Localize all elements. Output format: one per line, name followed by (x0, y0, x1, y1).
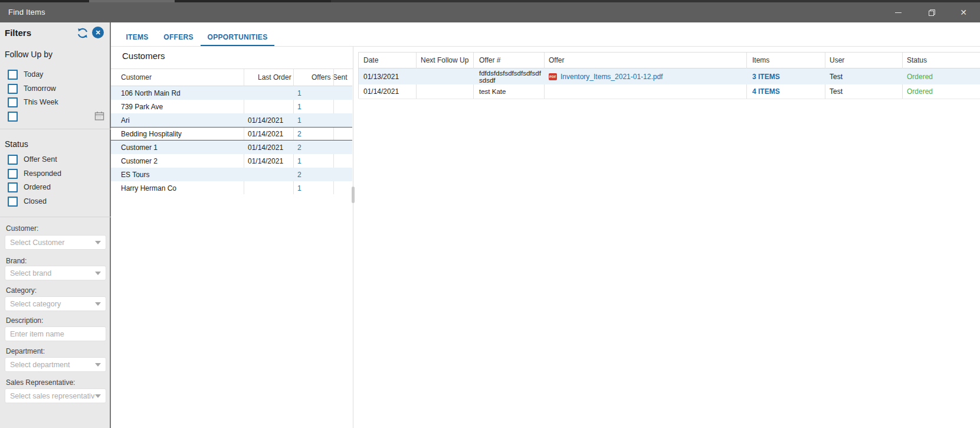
divider (0, 129, 111, 129)
calendar-icon[interactable] (94, 111, 104, 121)
checkbox-label: This Week (24, 98, 58, 106)
table-row[interactable]: Customer 101/14/20212 (111, 141, 352, 154)
field-placeholder: Select sales representative (10, 392, 95, 400)
restore-button[interactable] (916, 2, 947, 22)
tab-opportunities[interactable]: OPPORTUNITIES (201, 28, 274, 47)
cell-offers-sent: 2 (293, 171, 333, 179)
column-header-next-follow-up[interactable]: Next Follow Up (416, 56, 473, 64)
minimize-icon (895, 12, 902, 13)
pdf-icon: PDF (549, 73, 557, 80)
cell-last-order: 01/14/2021 (244, 130, 293, 138)
cell-items: 4 ITEMS (746, 87, 825, 96)
divider (0, 217, 111, 217)
table-row[interactable]: Ari01/14/20211 (111, 113, 352, 127)
cell-status: Ordered (902, 73, 980, 81)
table-row[interactable]: 01/13/2021fdfdsfdsfsdfsdfsdfsdfsdsdfPDFI… (359, 68, 980, 84)
customers-panel-title: Customers (122, 51, 165, 61)
close-button[interactable]: ✕ (948, 2, 979, 22)
column-header-last-order[interactable]: Last Order (254, 73, 307, 81)
brand-select[interactable]: Select brand (5, 266, 106, 280)
tab-offers[interactable]: OFFERS (158, 28, 199, 45)
cell-offers-sent: 1 (293, 89, 333, 97)
sales-representative-label: Sales Representative: (6, 378, 75, 387)
column-header-user[interactable]: User (825, 56, 902, 64)
checkbox-label: Closed (24, 197, 47, 205)
customers-table-header: Customer Last Order Offers Sent (111, 68, 352, 86)
column-header-offer-[interactable]: Offer # (473, 56, 544, 64)
table-row[interactable]: 106 North Main Rd1 (111, 86, 352, 100)
field-placeholder: Select category (10, 300, 95, 308)
scrollbar-thumb[interactable] (352, 187, 355, 203)
field-placeholder: Select Customer (10, 238, 95, 247)
cell-customer: Ari (111, 116, 244, 125)
items-link[interactable]: 3 ITEMS (752, 73, 780, 81)
table-row[interactable]: 01/14/2021test Kate4 ITEMSTestOrdered (359, 84, 980, 99)
sales-representative-select[interactable]: Select sales representative (5, 388, 106, 403)
department-label: Department: (6, 347, 45, 355)
cell-customer: Customer 1 (111, 143, 244, 152)
divider (111, 46, 980, 47)
checkbox[interactable] (8, 112, 18, 122)
cell-offer-number: test Kate (473, 87, 544, 96)
cell-offers-sent: 2 (293, 130, 333, 138)
column-header-date[interactable]: Date (359, 56, 416, 64)
offer-pdf-link[interactable]: PDFInventory_Items_2021-01-12.pdf (549, 73, 746, 81)
cell-status: Ordered (902, 87, 980, 96)
column-header-status[interactable]: Status (902, 56, 980, 64)
department-select[interactable]: Select department (5, 357, 106, 372)
column-header-offers-sent[interactable]: Offers Sent (307, 73, 352, 81)
cell-date: 01/13/2021 (359, 73, 416, 81)
follow-up-option-today: Today (8, 70, 43, 79)
cell-offer-number: fdfdsfdsfsdfsdfsdfsdfsdsdf (473, 69, 544, 84)
status-value: Ordered (907, 87, 933, 96)
checkbox[interactable] (8, 197, 18, 207)
chevron-down-icon (95, 241, 101, 244)
cell-offers-sent: 2 (293, 143, 333, 152)
checkbox[interactable] (8, 97, 18, 107)
checkbox-label: Today (24, 70, 43, 79)
clear-filters-button[interactable]: ✕ (92, 27, 104, 38)
checkbox[interactable] (8, 70, 18, 80)
table-row[interactable]: Customer 201/14/20211 (111, 154, 352, 168)
table-row[interactable]: 739 Park Ave1 (111, 100, 352, 113)
offer-file-name: Inventory_Items_2021-01-12.pdf (561, 73, 663, 81)
checkbox-label: Ordered (24, 183, 51, 191)
tab-label: ITEMS (126, 28, 148, 41)
status-heading: Status (5, 139, 28, 149)
refresh-filters-button[interactable] (76, 27, 89, 40)
table-row[interactable]: Bedding Hospitality01/14/20212 (111, 127, 352, 141)
category-select[interactable]: Select category (5, 296, 106, 311)
category-label: Category: (6, 286, 37, 295)
chevron-down-icon (95, 363, 101, 367)
description-label: Description: (6, 316, 43, 325)
table-row[interactable]: ES Tours2 (111, 168, 352, 181)
checkbox[interactable] (8, 155, 18, 165)
description-input[interactable]: Enter item name (5, 326, 106, 341)
cell-date: 01/14/2021 (359, 87, 416, 96)
column-header-items[interactable]: Items (746, 56, 825, 64)
checkbox[interactable] (8, 169, 18, 179)
column-header-customer[interactable]: Customer (111, 73, 254, 81)
cell-customer: Harry Herman Co (111, 184, 244, 192)
field-placeholder: Select department (10, 361, 95, 369)
close-icon: ✕ (95, 29, 100, 37)
customer-select[interactable]: Select Customer (5, 235, 106, 250)
checkbox[interactable] (8, 182, 18, 192)
cell-customer: 739 Park Ave (111, 103, 244, 111)
cell-customer: Customer 2 (111, 157, 244, 165)
column-header-offer[interactable]: Offer (544, 56, 746, 64)
field-placeholder: Enter item name (10, 330, 101, 338)
cell-offers-sent: 1 (293, 103, 333, 111)
table-row[interactable]: Harry Herman Co1 (111, 181, 352, 195)
items-link[interactable]: 4 ITEMS (752, 87, 780, 96)
status-option-closed: Closed (8, 197, 47, 206)
filters-panel: Filters ✕ Follow Up by TodayTomorrowThis… (0, 22, 111, 428)
customers-table-body: 106 North Main Rd1739 Park Ave1Ari01/14/… (111, 86, 352, 195)
window-title: Find Items (8, 8, 45, 17)
status-option-responded: Responded (8, 169, 61, 178)
minimize-button[interactable] (883, 2, 913, 22)
cell-items: 3 ITEMS (746, 73, 825, 81)
tab-items[interactable]: ITEMS (119, 28, 155, 45)
checkbox[interactable] (8, 84, 18, 94)
cell-user: Test (825, 73, 902, 81)
